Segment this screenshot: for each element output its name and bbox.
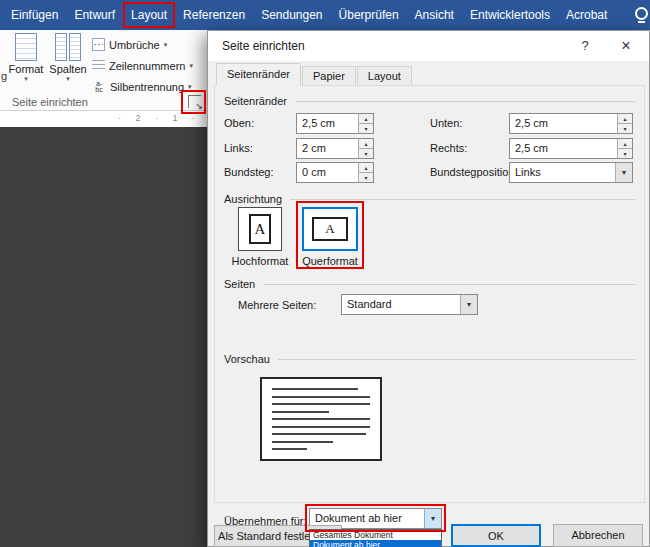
oben-input[interactable]: 2,5 cm ▴▾ (296, 113, 374, 134)
preview-text-line (272, 433, 366, 435)
columns-icon (55, 33, 81, 61)
dialog-tab-seitenraender[interactable]: Seitenränder (216, 63, 301, 86)
preview-text-line (272, 418, 370, 420)
portrait-page-icon: A (249, 214, 271, 244)
umbrueche-label: Umbrüche (109, 39, 160, 51)
spinner-down-button[interactable]: ▾ (359, 173, 373, 182)
section-header-orientation: Ausrichtung (224, 193, 635, 205)
annotation-box-querformat (296, 201, 364, 269)
format-button-label: Format (5, 63, 47, 75)
chevron-down-icon: ▾ (189, 62, 193, 70)
section-header-pages: Seiten (224, 278, 635, 290)
page-size-icon (15, 33, 37, 61)
annotation-box-apply-select (305, 504, 446, 532)
hochformat-option[interactable]: A (238, 207, 282, 251)
oben-label: Oben: (224, 113, 254, 134)
bundsteg-input[interactable]: 0 cm ▴▾ (296, 162, 374, 183)
preview-text-line (272, 396, 370, 398)
hochformat-label: Hochformat (228, 255, 292, 267)
chevron-down-icon: ▾ (47, 75, 89, 82)
chevron-down-icon: ▾ (164, 41, 168, 49)
ribbon-group-label: Seite einrichten (12, 96, 88, 108)
dialog-title: Seite einrichten (222, 31, 305, 61)
help-button[interactable]: ? (571, 31, 599, 61)
page-break-icon (92, 38, 105, 51)
chevron-down-icon: ▾ (5, 75, 47, 82)
spinner-down-button[interactable]: ▾ (618, 149, 632, 158)
dialog-tab-papier[interactable]: Papier (302, 66, 356, 86)
dialog-tab-strip: Seitenränder Papier Layout (216, 64, 413, 86)
close-button[interactable]: × (611, 31, 641, 61)
hyphenation-icon: a-bc (92, 81, 106, 93)
ok-button[interactable]: OK (451, 524, 541, 547)
ribbon-tab-bar: Einfügen Entwurf Layout Referenzen Sendu… (0, 0, 650, 30)
page-preview (260, 377, 382, 461)
preview-text-line (272, 441, 333, 443)
preview-text-line (272, 411, 329, 413)
rechts-input[interactable]: 2,5 cm ▴▾ (509, 138, 633, 159)
rechts-label: Rechts: (430, 138, 467, 159)
links-input[interactable]: 2 cm ▴▾ (296, 138, 374, 159)
silbentrennung-menu-button[interactable]: a-bc Silbentrennung ▾ (92, 78, 192, 95)
preview-text-line (272, 388, 358, 390)
links-label: Links: (224, 138, 253, 159)
word-window: Einfügen Entwurf Layout Referenzen Sendu… (0, 0, 650, 547)
spinner-down-button[interactable]: ▾ (359, 149, 373, 158)
zeilennummern-menu-button[interactable]: Zeilennummern ▾ (92, 57, 193, 74)
chevron-down-icon[interactable]: ▾ (615, 163, 632, 182)
spinner-up-button[interactable]: ▴ (359, 163, 373, 173)
ribbon-tab-entwurf[interactable]: Entwurf (66, 0, 123, 30)
page-setup-dialog: Seite einrichten ? × Seitenränder Papier… (207, 30, 650, 547)
preview-text-line (272, 403, 370, 405)
umbrueche-menu-button[interactable]: Umbrüche ▾ (92, 36, 167, 53)
mehrere-seiten-value: Standard (342, 295, 477, 314)
dialog-title-bar: Seite einrichten ? × (208, 31, 649, 61)
ribbon-tab-layout-label: Layout (131, 8, 167, 22)
ribbon-tab-sendungen[interactable]: Sendungen (253, 0, 330, 30)
spinner-up-button[interactable]: ▴ (618, 114, 632, 124)
spinner-up-button[interactable]: ▴ (618, 139, 632, 149)
mehrere-seiten-select[interactable]: Standard ▾ (341, 294, 478, 315)
line-numbers-icon (92, 60, 105, 72)
bundstegposition-value: Links (510, 163, 632, 182)
rechts-value: 2,5 cm (510, 139, 632, 158)
bundsteg-label: Bundsteg: (224, 162, 274, 183)
ribbon-tab-layout[interactable]: Layout (123, 0, 175, 30)
preview-text-line (272, 426, 370, 428)
unten-value: 2,5 cm (510, 114, 632, 133)
section-header-preview: Vorschau (224, 353, 635, 365)
ribbon-tab-einfuegen[interactable]: Einfügen (3, 0, 66, 30)
silbentrennung-label: Silbentrennung (110, 81, 184, 93)
ruler-marks: · 2 · 1 · · (118, 113, 219, 123)
mehrere-seiten-label: Mehrere Seiten: (238, 295, 316, 316)
spinner-up-button[interactable]: ▴ (359, 139, 373, 149)
spinner-down-button[interactable]: ▾ (618, 124, 632, 133)
spinner-down-button[interactable]: ▾ (359, 124, 373, 133)
spalten-button-label: Spalten (47, 63, 89, 75)
ribbon-tab-referenzen[interactable]: Referenzen (175, 0, 253, 30)
abbrechen-button[interactable]: Abbrechen (553, 524, 643, 547)
ribbon-tab-entwicklertools[interactable]: Entwicklertools (462, 0, 558, 30)
zeilennummern-label: Zeilennummern (109, 60, 185, 72)
unten-label: Unten: (430, 113, 462, 134)
unten-input[interactable]: 2,5 cm ▴▾ (509, 113, 633, 134)
bundstegposition-label: Bundstegposition: (430, 162, 517, 183)
tell-me-lightbulb-icon[interactable] (635, 7, 648, 20)
chevron-down-icon[interactable]: ▾ (460, 295, 477, 314)
spalten-button[interactable]: Spalten ▾ (47, 33, 89, 82)
ribbon-tab-ueberpruefen[interactable]: Überprüfen (331, 0, 407, 30)
spinner-up-button[interactable]: ▴ (359, 114, 373, 124)
bundstegposition-select[interactable]: Links ▾ (509, 162, 633, 183)
format-button[interactable]: Format ▾ (5, 33, 47, 82)
preview-text-line (272, 448, 307, 450)
dialog-tab-layout[interactable]: Layout (357, 66, 412, 86)
annotation-box-dialog-launcher (181, 90, 206, 114)
ribbon-tab-acrobat[interactable]: Acrobat (558, 0, 615, 30)
section-header-margins: Seitenränder (224, 95, 635, 107)
dropdown-option-dokument-ab-hier[interactable]: Dokument ab hier (310, 540, 441, 547)
ribbon-tab-ansicht[interactable]: Ansicht (407, 0, 462, 30)
